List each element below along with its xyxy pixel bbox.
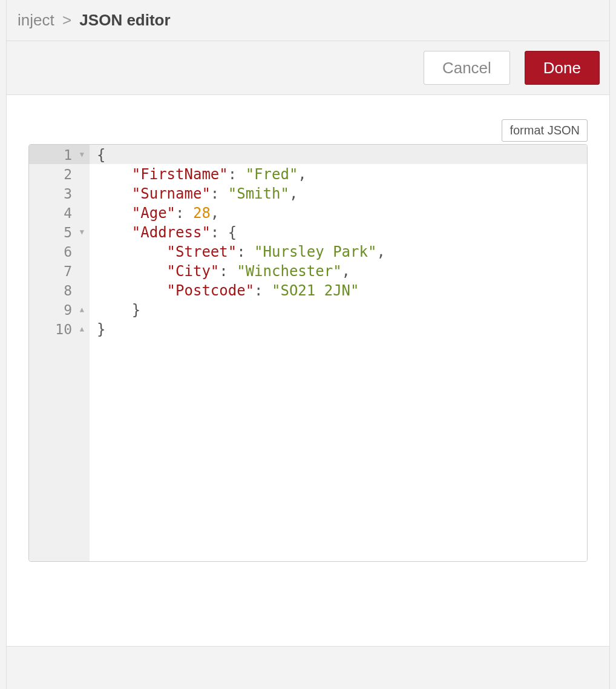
code-content[interactable]: "Street": "Hursley Park", <box>90 242 587 261</box>
code-content[interactable]: "Postcode": "SO21 2JN" <box>90 280 587 300</box>
token-str: "Fred" <box>246 166 298 183</box>
breadcrumb: inject > JSON editor <box>7 0 609 41</box>
token-punc: , <box>298 166 306 183</box>
token-key: "Street" <box>167 243 237 260</box>
code-line[interactable]: 7 "City": "Winchester", <box>29 261 587 280</box>
line-number[interactable]: 4 <box>29 203 90 222</box>
code-content[interactable]: "Address": { <box>90 222 587 242</box>
code-line[interactable]: 2 "FirstName": "Fred", <box>29 164 587 183</box>
code-line[interactable]: 4 "Age": 28, <box>29 203 587 222</box>
token-punc: : <box>254 282 272 299</box>
breadcrumb-current: JSON editor <box>79 11 170 29</box>
code-line[interactable]: 9▲ } <box>29 300 587 319</box>
line-number[interactable]: 2 <box>29 164 90 183</box>
token-key: "Surname" <box>132 185 211 202</box>
code-line[interactable]: 10▲} <box>29 319 587 338</box>
json-editor-panel: inject > JSON editor Cancel Done format … <box>6 0 610 689</box>
code-content[interactable]: } <box>90 300 587 319</box>
token-punc: , <box>211 205 219 222</box>
line-number[interactable]: 1▼ <box>29 145 90 164</box>
token-key: "Postcode" <box>167 282 255 299</box>
code-editor[interactable]: 1▼{2 "FirstName": "Fred",3 "Surname": "S… <box>28 144 588 562</box>
token-punc: : <box>211 224 228 241</box>
token-punc: : <box>219 263 237 280</box>
code-line[interactable]: 6 "Street": "Hursley Park", <box>29 242 587 261</box>
action-bar: Cancel Done <box>7 41 609 95</box>
cancel-button[interactable]: Cancel <box>424 51 510 85</box>
code-content[interactable]: "Age": 28, <box>90 203 587 222</box>
line-number[interactable]: 10▲ <box>29 319 90 338</box>
token-punc: : <box>228 166 246 183</box>
token-punc: } <box>97 321 105 338</box>
fold-open-icon[interactable]: ▼ <box>80 222 84 242</box>
footer-strip <box>7 647 609 689</box>
token-punc: : <box>175 205 193 222</box>
token-punc: , <box>342 263 350 280</box>
token-key: "City" <box>167 263 220 280</box>
fold-close-icon[interactable]: ▲ <box>80 299 84 320</box>
code-content[interactable]: "FirstName": "Fred", <box>90 164 587 183</box>
editor-filler[interactable] <box>29 338 587 561</box>
token-str: "Winchester" <box>237 263 341 280</box>
code-content[interactable]: } <box>90 319 587 338</box>
code-line[interactable]: 3 "Surname": "Smith", <box>29 183 587 203</box>
token-key: "Age" <box>132 205 175 222</box>
code-line[interactable]: 8 "Postcode": "SO21 2JN" <box>29 280 587 300</box>
token-punc: { <box>97 147 105 163</box>
token-punc: } <box>132 302 140 318</box>
token-key: "FirstName" <box>132 166 228 183</box>
breadcrumb-parent[interactable]: inject <box>18 11 54 29</box>
code-content[interactable]: "Surname": "Smith", <box>90 183 587 203</box>
token-str: "Hursley Park" <box>254 243 376 260</box>
token-punc: : <box>211 185 228 202</box>
fold-close-icon[interactable]: ▲ <box>80 318 84 339</box>
code-line[interactable]: 1▼{ <box>29 145 587 164</box>
line-number[interactable]: 3 <box>29 183 90 203</box>
token-punc: , <box>289 185 298 202</box>
fold-open-icon[interactable]: ▼ <box>80 144 84 165</box>
line-number[interactable]: 5▼ <box>29 222 90 242</box>
editor-area: format JSON 1▼{2 "FirstName": "Fred",3 "… <box>7 95 609 647</box>
code-content[interactable]: "City": "Winchester", <box>90 261 587 280</box>
token-str: "Smith" <box>228 185 289 202</box>
code-content[interactable]: { <box>90 145 587 164</box>
token-num: 28 <box>193 205 211 222</box>
code-line[interactable]: 5▼ "Address": { <box>29 222 587 242</box>
editor-toolbar: format JSON <box>28 119 588 142</box>
format-json-button[interactable]: format JSON <box>502 119 588 142</box>
token-punc: , <box>376 243 385 260</box>
token-punc: : <box>237 243 254 260</box>
token-punc: { <box>228 224 237 241</box>
line-number[interactable]: 9▲ <box>29 300 90 319</box>
line-number[interactable]: 8 <box>29 280 90 300</box>
breadcrumb-separator: > <box>62 11 71 29</box>
token-str: "SO21 2JN" <box>272 282 359 299</box>
token-key: "Address" <box>132 224 211 241</box>
done-button[interactable]: Done <box>525 51 600 85</box>
line-number[interactable]: 6 <box>29 242 90 261</box>
line-number[interactable]: 7 <box>29 261 90 280</box>
